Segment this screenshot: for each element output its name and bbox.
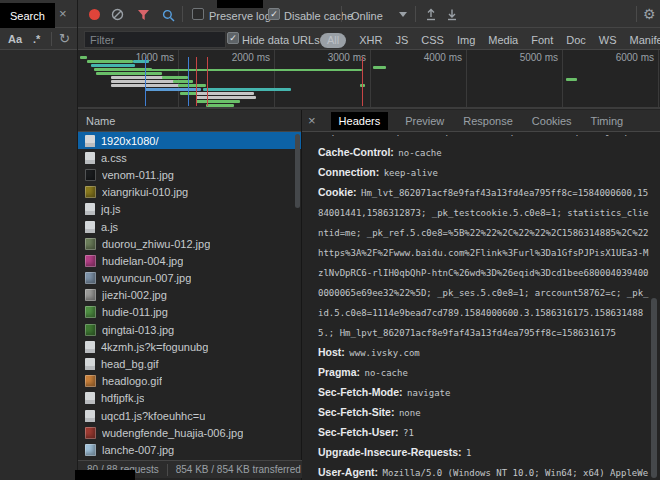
- request-row[interactable]: head_bg.gif: [78, 355, 302, 372]
- request-type-filter[interactable]: XHR: [359, 34, 382, 46]
- request-row[interactable]: headlogo.gif: [78, 373, 302, 390]
- file-name: a.js: [101, 221, 118, 233]
- status-divider: [167, 464, 168, 476]
- request-row[interactable]: wuyuncun-007.jpg: [78, 270, 302, 287]
- disable-cache-checkbox[interactable]: ✓: [268, 8, 280, 20]
- overview-gridline: [466, 50, 467, 107]
- request-row[interactable]: jiezhi-002.jpg: [78, 287, 302, 304]
- request-row[interactable]: 4kzmh.js?k=fogunubg: [78, 338, 302, 355]
- list-scrollbar[interactable]: [295, 134, 300, 208]
- file-icon: [85, 169, 96, 181]
- screen-artifact: [217, 0, 263, 8]
- header-value: none: [399, 408, 421, 418]
- request-type-filter[interactable]: All: [320, 33, 346, 48]
- details-tab[interactable]: Headers: [331, 112, 389, 130]
- request-type-filter[interactable]: JS: [395, 34, 408, 46]
- search-drawer-tab[interactable]: Search: [0, 3, 55, 28]
- request-row[interactable]: 1920x1080/: [78, 132, 302, 149]
- close-details-icon[interactable]: ×: [308, 114, 316, 127]
- filter-input[interactable]: [84, 31, 226, 48]
- file-icon: [85, 135, 95, 147]
- waterfall-bar: [91, 64, 135, 67]
- chevron-down-icon[interactable]: [399, 12, 407, 17]
- overview-tick-label: 5000 ms: [502, 52, 558, 63]
- request-row[interactable]: qingtai-013.jpg: [78, 321, 302, 338]
- request-row[interactable]: hudielan-004.jpg: [78, 252, 302, 269]
- request-type-filter[interactable]: Manifest: [630, 34, 660, 46]
- request-type-filter[interactable]: Media: [488, 34, 518, 46]
- waterfall-bar: [162, 76, 188, 79]
- request-type-filter[interactable]: Doc: [566, 34, 586, 46]
- waterfall-bar: [111, 84, 181, 87]
- overview-gridline: [274, 50, 275, 107]
- details-tab-bar: × Headers Preview Response Cookies Timin…: [302, 110, 660, 132]
- request-list: 1920x1080/ a.css venom-011.jpg xiangriku…: [78, 132, 302, 460]
- waterfall-bar: [96, 72, 162, 75]
- page-event-line: [362, 57, 363, 106]
- disable-cache-label: Disable cache: [284, 10, 353, 22]
- file-icon: [85, 444, 96, 456]
- filter-funnel-icon[interactable]: [137, 9, 150, 21]
- devtools-window: Search × Preserve log ✓ Disable cache On…: [0, 0, 660, 480]
- overview-tick-label: 6000 ms: [598, 52, 654, 63]
- request-row[interactable]: uqcd1.js?kfoeuhhc=u: [78, 407, 302, 424]
- waterfall-bar: [203, 88, 291, 91]
- request-row[interactable]: a.js: [78, 218, 302, 235]
- close-search-icon[interactable]: ×: [59, 7, 67, 20]
- hide-data-urls-checkbox[interactable]: ✓: [227, 32, 239, 44]
- request-type-filter[interactable]: Img: [457, 34, 475, 46]
- file-icon: [85, 221, 95, 233]
- header-value: keep-alive: [384, 168, 438, 178]
- file-name: headlogo.gif: [102, 375, 162, 387]
- request-row[interactable]: venom-011.jpg: [78, 166, 302, 183]
- file-name: 4kzmh.js?k=fogunubg: [101, 341, 208, 353]
- file-name: jiezhi-002.jpg: [102, 289, 167, 301]
- throttling-select[interactable]: Online: [351, 10, 383, 22]
- file-icon: [85, 410, 95, 422]
- record-icon[interactable]: [89, 9, 100, 20]
- network-overview-waterfall[interactable]: 1000 ms2000 ms3000 ms4000 ms5000 ms6000 …: [78, 50, 660, 109]
- search-tab-label: Search: [10, 10, 45, 22]
- name-column-label: Name: [86, 115, 115, 127]
- match-case-button[interactable]: Aa: [8, 33, 22, 45]
- request-row[interactable]: lanche-007.jpg: [78, 441, 302, 458]
- header-name: Cookie:: [318, 186, 357, 198]
- request-type-filter[interactable]: WS: [599, 34, 617, 46]
- header-row: Sec-Fetch-Mode: navigate: [318, 382, 652, 402]
- details-tab[interactable]: Preview: [403, 112, 446, 130]
- header-value: www.ivsky.com: [349, 348, 419, 358]
- request-row[interactable]: hudie-011.jpg: [78, 304, 302, 321]
- waterfall-bar: [566, 78, 577, 81]
- refresh-icon[interactable]: ↻: [59, 32, 70, 45]
- file-name: head_bg.gif: [101, 358, 159, 370]
- main-toolbar: Search × Preserve log ✓ Disable cache On…: [0, 0, 660, 28]
- export-har-icon[interactable]: [446, 8, 458, 21]
- details-tab[interactable]: Response: [461, 112, 515, 130]
- header-row: Upgrade-Insecure-Requests: 1: [318, 442, 652, 462]
- clear-icon[interactable]: [111, 8, 124, 21]
- details-scrollbar[interactable]: [651, 298, 657, 478]
- request-row[interactable]: jq.js: [78, 201, 302, 218]
- request-row[interactable]: wudengfende_huajia-006.jpg: [78, 424, 302, 441]
- details-tab[interactable]: Cookies: [530, 112, 574, 130]
- preserve-log-checkbox[interactable]: [192, 8, 204, 20]
- request-row[interactable]: duorou_zhiwu-012.jpg: [78, 235, 302, 252]
- request-row[interactable]: hdfjpfk.js: [78, 390, 302, 407]
- file-name: uqcd1.js?kfoeuhhc=u: [101, 410, 205, 422]
- search-icon[interactable]: [162, 9, 175, 22]
- toolbar-separator: [341, 6, 342, 22]
- overview-tick-label: 4000 ms: [406, 52, 462, 63]
- import-har-icon[interactable]: [425, 8, 437, 21]
- name-column-header[interactable]: Name: [78, 110, 302, 132]
- request-row[interactable]: a.css: [78, 149, 302, 166]
- waterfall-bar: [87, 60, 133, 63]
- request-type-filter[interactable]: Font: [531, 34, 553, 46]
- details-tab[interactable]: Timing: [589, 112, 626, 130]
- regex-button[interactable]: .*: [33, 33, 40, 45]
- header-name: Host:: [318, 346, 345, 358]
- settings-gear-icon[interactable]: ⚙: [643, 7, 656, 21]
- request-type-filter[interactable]: CSS: [421, 34, 444, 46]
- file-name: duorou_zhiwu-012.jpg: [102, 238, 210, 250]
- header-row: Connection: keep-alive: [318, 162, 652, 182]
- request-row[interactable]: xiangrikui-010.jpg: [78, 184, 302, 201]
